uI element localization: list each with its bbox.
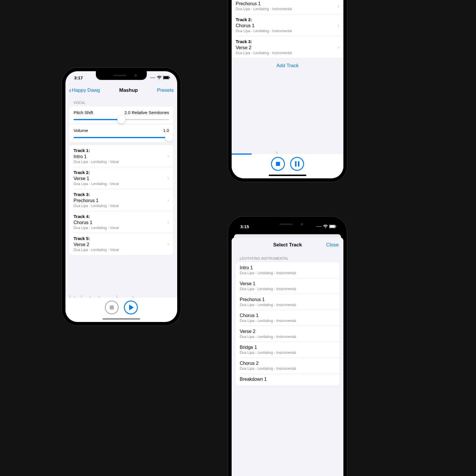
close-button[interactable]: Close	[326, 242, 339, 248]
item-subtitle: Dua Lipa - Levitating - Instrumental	[240, 319, 335, 323]
battery-icon	[163, 75, 170, 80]
phone-mashup: 3:17 •••• ‹ Happy Dawg Mashup Presets VO…	[61, 67, 181, 326]
item-subtitle: Dua Lipa - Levitating - Instrumental	[240, 335, 335, 339]
battery-icon	[329, 224, 336, 229]
sheet-nav: Select Track Close	[232, 237, 343, 252]
slider-thumb[interactable]	[117, 116, 125, 124]
waveform-ticks	[232, 151, 343, 153]
item-subtitle: Dua Lipa - Levitating - Instrumental	[240, 303, 335, 307]
chevron-right-icon: ›	[167, 197, 169, 203]
list-item[interactable]: Verse 2Dua Lipa - Levitating - Instrumen…	[236, 326, 339, 342]
chevron-right-icon: ›	[167, 153, 169, 159]
track-row[interactable]: Track 4:Chorus 1Dua Lipa - Levitating - …	[69, 211, 173, 233]
item-title: Intro 1	[240, 265, 335, 270]
track-row[interactable]: Track 1:Intro 1Dua Lipa - Levitating - V…	[69, 145, 173, 167]
tracks-card: Track 1:Intro 1Dua Lipa - Levitating - V…	[69, 145, 173, 255]
track-row[interactable]: Track 5:Verse 2Dua Lipa - Levitating - V…	[69, 233, 173, 255]
track-row[interactable]: Track 3:Verse 2Dua Lipa - Levitating - I…	[232, 36, 343, 58]
track-subtitle: Dua Lipa - Levitating - Instrumental	[236, 29, 339, 33]
track-title: Verse 2	[236, 45, 339, 50]
pitch-slider-row: Pitch Shift 2.0 Relative Semitones	[69, 107, 173, 124]
item-title: Breakdown 1	[240, 377, 335, 382]
wifi-icon	[157, 75, 162, 80]
svg-rect-4	[330, 225, 335, 228]
track-subtitle: Dua Lipa - Levitating - Instrumental	[236, 51, 339, 55]
track-title: Intro 1	[74, 154, 169, 159]
section-header-vocal: VOCAL	[65, 97, 177, 107]
track-head: Track 2:	[74, 170, 169, 175]
item-title: Verse 2	[240, 329, 335, 334]
track-title: Verse 1	[74, 176, 169, 181]
track-title: Verse 2	[74, 242, 169, 247]
pitch-slider[interactable]	[74, 119, 169, 120]
pitch-label: Pitch Shift	[74, 110, 93, 115]
track-head: Track 2:	[236, 17, 339, 22]
status-time: 3:15	[240, 224, 249, 229]
waveform-ticks	[65, 295, 177, 298]
stop-button[interactable]	[271, 157, 285, 171]
track-head: Track 1:	[74, 148, 169, 153]
item-title: Prechorus 1	[240, 297, 335, 302]
notch	[262, 220, 313, 229]
list-item[interactable]: Intro 1Dua Lipa - Levitating - Instrumen…	[236, 262, 339, 278]
cellular-icon: ••••	[316, 225, 322, 228]
chevron-right-icon: ›	[167, 175, 169, 181]
track-row[interactable]: Prechorus 1Dua Lipa - Levitating - Instr…	[232, 0, 343, 14]
presets-button[interactable]: Presets	[157, 87, 174, 93]
chevron-right-icon: ›	[338, 3, 339, 9]
item-title: Bridge 1	[240, 345, 335, 350]
chevron-right-icon: ›	[338, 22, 339, 28]
back-button[interactable]: ‹ Happy Dawg	[69, 86, 100, 94]
stop-button[interactable]	[105, 301, 119, 314]
list-item[interactable]: Verse 1Dua Lipa - Levitating - Instrumen…	[236, 278, 339, 294]
page-title: Mashup	[119, 87, 138, 93]
track-select-card: Intro 1Dua Lipa - Levitating - Instrumen…	[236, 262, 339, 385]
track-head: Track 3:	[236, 39, 339, 44]
back-label: Happy Dawg	[72, 87, 100, 93]
track-row[interactable]: Track 2:Verse 1Dua Lipa - Levitating - V…	[69, 167, 173, 189]
home-indicator[interactable]	[269, 175, 306, 176]
track-subtitle: Dua Lipa - Levitating - Vocal	[74, 204, 169, 208]
phone-select-track: 3:15 •••• Select Track Close LEVITATING …	[228, 216, 347, 476]
track-title: Prechorus 1	[74, 198, 169, 203]
status-time: 3:17	[74, 75, 83, 80]
item-subtitle: Dua Lipa - Levitating - Instrumental	[240, 367, 335, 371]
pause-button[interactable]	[290, 157, 304, 171]
volume-slider[interactable]	[74, 137, 169, 138]
track-subtitle: Dua Lipa - Levitating - Vocal	[74, 182, 169, 186]
chevron-right-icon: ›	[167, 219, 169, 225]
phone-tracks-list: Prechorus 1Dua Lipa - Levitating - Instr…	[228, 0, 347, 182]
sheet-title: Select Track	[273, 242, 302, 248]
slider-thumb[interactable]	[165, 133, 173, 142]
playback-bar	[232, 154, 343, 178]
track-title: Prechorus 1	[236, 1, 339, 6]
svg-rect-5	[336, 226, 336, 227]
progress-bar[interactable]	[232, 153, 343, 155]
list-item[interactable]: Prechorus 1Dua Lipa - Levitating - Instr…	[236, 294, 339, 310]
track-subtitle: Dua Lipa - Levitating - Instrumental	[236, 7, 339, 11]
item-title: Chorus 1	[240, 313, 335, 318]
add-track-button[interactable]: Add Track	[232, 58, 343, 72]
list-item[interactable]: Chorus 1Dua Lipa - Levitating - Instrume…	[236, 310, 339, 326]
list-item[interactable]: Breakdown 1	[236, 374, 339, 385]
track-subtitle: Dua Lipa - Levitating - Vocal	[74, 226, 169, 230]
list-item[interactable]: Bridge 1Dua Lipa - Levitating - Instrume…	[236, 342, 339, 358]
chevron-left-icon: ‹	[69, 86, 71, 94]
track-row[interactable]: Track 2:Chorus 1Dua Lipa - Levitating - …	[232, 14, 343, 36]
select-track-sheet: Select Track Close LEVITATING INSTRUMENT…	[232, 237, 343, 476]
item-title: Chorus 2	[240, 361, 335, 366]
list-item[interactable]: Chorus 2Dua Lipa - Levitating - Instrume…	[236, 358, 339, 374]
playback-bar	[65, 298, 177, 322]
track-row[interactable]: Track 3:Prechorus 1Dua Lipa - Levitating…	[69, 189, 173, 211]
nav-bar: ‹ Happy Dawg Mashup Presets	[65, 84, 177, 97]
home-indicator[interactable]	[102, 318, 140, 320]
section-header-instrumental: LEVITATING INSTRUMENTAL	[232, 252, 343, 262]
svg-rect-1	[164, 76, 169, 79]
play-button[interactable]	[124, 301, 138, 314]
item-subtitle: Dua Lipa - Levitating - Instrumental	[240, 351, 335, 355]
chevron-right-icon: ›	[167, 241, 169, 247]
notch	[96, 71, 147, 80]
svg-rect-2	[169, 77, 170, 78]
item-title: Verse 1	[240, 281, 335, 286]
chevron-right-icon: ›	[338, 44, 339, 50]
